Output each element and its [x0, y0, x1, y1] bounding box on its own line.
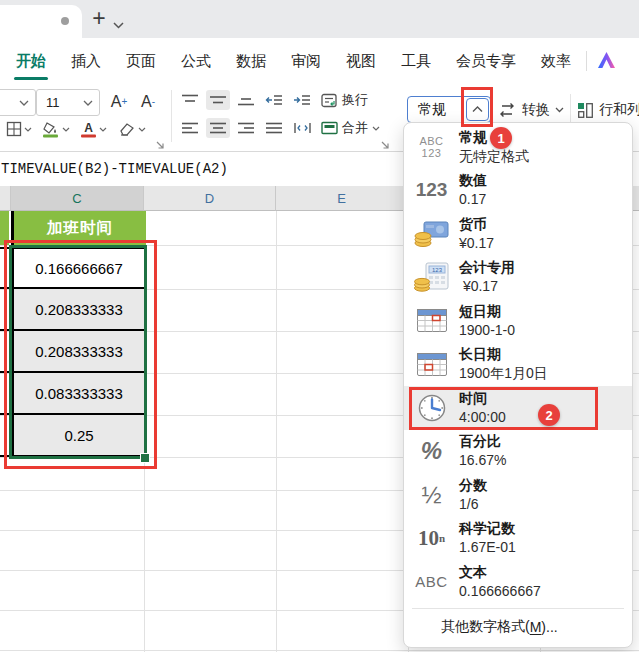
rows-columns-button[interactable]: 行和列	[577, 97, 639, 123]
decrease-font-button[interactable]: A-	[135, 89, 161, 114]
font-size-combobox[interactable]: 11	[36, 89, 100, 116]
decrease-indent-button[interactable]	[262, 90, 286, 110]
tab-review[interactable]: 审阅	[291, 52, 321, 71]
menu-item-time[interactable]: 时间4:00:00	[404, 386, 632, 430]
tab-view[interactable]: 视图	[346, 52, 376, 71]
tab-data[interactable]: 数据	[236, 52, 266, 71]
tab-list-chevron-icon[interactable]	[113, 15, 124, 33]
cell-B6-sliver[interactable]	[0, 417, 9, 457]
tab-formula[interactable]: 公式	[181, 52, 211, 71]
fraction-icon: ½	[404, 481, 459, 509]
document-tab[interactable]	[0, 5, 82, 38]
tab-efficiency[interactable]: 效率	[541, 52, 571, 71]
app-window: + 开始 插入 页面 公式 数据 审阅 视图 工具 会员专享 效率	[0, 0, 639, 652]
menu-item-short-date[interactable]: 短日期1900-1-0	[404, 299, 632, 343]
text-format-icon: ABC	[404, 573, 459, 590]
time-icon	[404, 393, 459, 423]
menu-item-more-formats[interactable]: 其他数字格式(M)...	[404, 613, 632, 642]
fill-color-button[interactable]	[42, 117, 70, 141]
rows-columns-label: 行和列	[599, 101, 639, 119]
cell-C1-header[interactable]: 加班时间	[11, 211, 146, 245]
wrap-text-button[interactable]: 换行	[318, 90, 371, 110]
convert-button[interactable]: 转换	[497, 97, 564, 123]
chevron-up-icon	[472, 106, 483, 113]
accounting-icon: 123	[404, 261, 459, 293]
menu-item-currency[interactable]: 货币¥0.17	[404, 212, 632, 256]
number-format-open-button[interactable]	[466, 98, 489, 121]
borders-button[interactable]	[6, 117, 32, 141]
increase-indent-button[interactable]	[290, 90, 314, 110]
tab-home[interactable]: 开始	[16, 52, 46, 71]
clear-format-button[interactable]	[118, 117, 146, 141]
currency-icon	[404, 219, 459, 249]
cell-C5[interactable]: 0.083333333	[11, 373, 146, 415]
font-size-value: 11	[37, 95, 83, 110]
align-center-button[interactable]	[206, 118, 230, 138]
align-right-button[interactable]	[234, 118, 258, 138]
svg-text:123: 123	[431, 267, 442, 273]
ai-logo-icon[interactable]	[596, 50, 618, 74]
merge-cells-button[interactable]: 合并	[318, 118, 383, 138]
tab-insert[interactable]: 插入	[71, 52, 101, 71]
scientific-icon: 10n	[404, 526, 459, 551]
chevron-down-icon	[372, 126, 380, 131]
selection-fill-handle[interactable]	[140, 453, 150, 463]
ribbon-tabs: 开始 插入 页面 公式 数据 审阅 视图 工具 会员专享 效率	[16, 38, 571, 84]
justify-button[interactable]	[262, 118, 286, 138]
text-direction-button[interactable]	[290, 118, 314, 138]
fill-color-icon	[42, 121, 60, 138]
window-tab-bar: +	[0, 0, 639, 38]
svg-text:A: A	[84, 121, 93, 135]
valign-group: 换行	[178, 90, 371, 110]
column-header-E[interactable]: E	[276, 186, 408, 211]
align-middle-button[interactable]	[206, 90, 230, 110]
increase-font-button[interactable]: A+	[106, 89, 132, 114]
align-bottom-button[interactable]	[234, 90, 258, 110]
cell-C2[interactable]: 0.166666667	[11, 247, 146, 289]
font-color-icon: A	[80, 121, 97, 138]
wrap-text-icon	[321, 93, 338, 108]
merge-cells-icon	[321, 121, 338, 135]
ribbon-divider	[586, 51, 587, 71]
cell-C4[interactable]: 0.208333333	[11, 331, 146, 373]
chevron-down-icon	[24, 127, 32, 132]
column-header-sliver[interactable]	[0, 186, 11, 211]
chevron-down-icon	[99, 127, 107, 132]
menu-item-percentage[interactable]: % 百分比16.67%	[404, 430, 632, 474]
tab-page[interactable]: 页面	[126, 52, 156, 71]
unsaved-dot-icon	[61, 17, 69, 25]
number-format-menu: ABC123 常规无特定格式 123 数值0.17 货币¥0.17	[403, 122, 633, 648]
convert-icon	[497, 102, 517, 118]
font-name-combobox[interactable]	[0, 89, 36, 116]
cell-B2-sliver[interactable]	[0, 247, 9, 289]
align-top-button[interactable]	[178, 90, 202, 110]
menu-item-general[interactable]: ABC123 常规无特定格式	[404, 125, 632, 169]
gridline	[276, 211, 277, 652]
cell-B5-sliver[interactable]	[0, 375, 9, 415]
menu-item-fraction[interactable]: ½ 分数1/6	[404, 473, 632, 517]
borders-icon	[6, 121, 22, 137]
annotation-badge-2: 2	[538, 404, 560, 426]
cell-B3-sliver[interactable]	[0, 291, 9, 331]
cell-C6[interactable]: 0.25	[11, 415, 146, 457]
menu-item-scientific[interactable]: 10n 科学记数1.67E-01	[404, 517, 632, 561]
menu-item-long-date[interactable]: 长日期1900年1月0日	[404, 343, 632, 387]
menu-item-accounting[interactable]: 123 会计专用 ¥0.17	[404, 256, 632, 300]
toolbar-separator	[171, 90, 172, 142]
align-left-button[interactable]	[178, 118, 202, 138]
tab-membership[interactable]: 会员专享	[456, 52, 516, 71]
menu-item-number[interactable]: 123 数值0.17	[404, 169, 632, 213]
cell-C3[interactable]: 0.208333333	[11, 289, 146, 331]
cell-B4-sliver[interactable]	[0, 333, 9, 373]
column-header-C[interactable]: C	[11, 186, 144, 211]
eraser-icon	[118, 121, 136, 137]
annotation-badge-1: 1	[490, 127, 512, 149]
gridline	[0, 650, 639, 651]
menu-item-text[interactable]: ABC 文本0.166666667	[404, 560, 632, 604]
font-color-button[interactable]: A	[80, 117, 107, 141]
new-tab-button[interactable]: +	[86, 3, 112, 33]
column-header-D[interactable]: D	[144, 186, 276, 211]
convert-label: 转换	[522, 101, 550, 119]
cell-B1-sliver[interactable]	[0, 211, 9, 245]
tab-tools[interactable]: 工具	[401, 52, 431, 71]
